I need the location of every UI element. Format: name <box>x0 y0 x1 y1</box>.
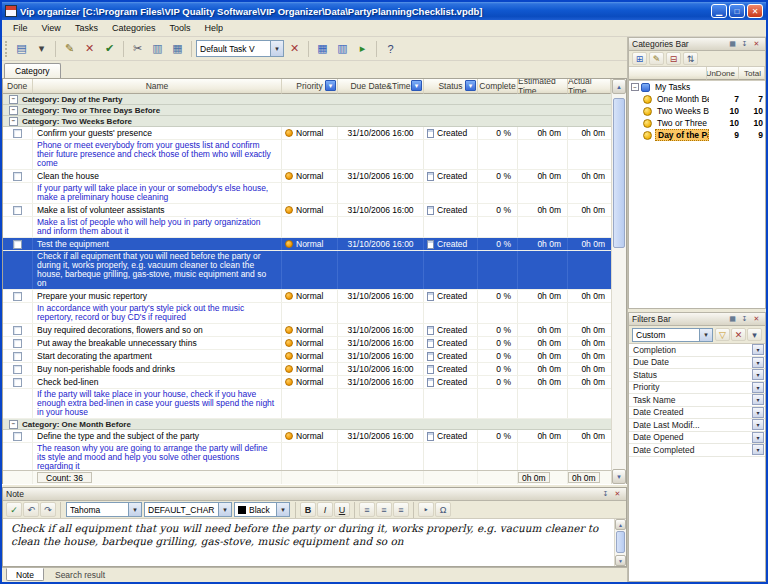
filter-field-row[interactable]: Completion▾ <box>629 344 765 357</box>
menu-item-view[interactable]: View <box>35 22 68 34</box>
view-grid-icon[interactable]: ▦ <box>313 39 332 58</box>
pin-icon[interactable]: ↧ <box>600 489 611 499</box>
menu-item-file[interactable]: File <box>6 22 35 34</box>
menu-item-categories[interactable]: Categories <box>105 22 163 34</box>
task-row[interactable]: Start decorating the apartmentNormal31/1… <box>3 350 611 363</box>
done-checkbox[interactable] <box>13 240 22 249</box>
table-scrollbar[interactable]: ▲ ▼ <box>611 79 626 484</box>
collapse-tree-icon[interactable]: − <box>631 83 639 91</box>
task-row[interactable]: Make a list of volunteer assistantsNorma… <box>3 204 611 217</box>
filter-field-row[interactable]: Priority▾ <box>629 382 765 395</box>
category-row[interactable]: −Category: Day of the Party <box>3 94 611 105</box>
maximize-button[interactable]: □ <box>729 4 745 18</box>
new-task-dropdown-icon[interactable]: ▾ <box>32 39 51 58</box>
font-combo[interactable]: Tahoma ▾ <box>66 502 142 517</box>
align-left-icon[interactable]: ≡ <box>359 502 375 517</box>
category-row[interactable]: −Category: Two or Three Days Before <box>3 105 611 116</box>
filter-dropdown-icon[interactable]: ▾ <box>752 369 764 380</box>
dropdown-icon[interactable]: ▾ <box>699 329 712 341</box>
filter-dropdown-icon[interactable]: ▾ <box>752 432 764 443</box>
new-task-icon[interactable]: ▤ <box>12 39 31 58</box>
total-column-header[interactable]: Total <box>739 67 765 80</box>
priority-filter-icon[interactable]: ▾ <box>325 80 336 91</box>
task-row[interactable]: Confirm your guests' presenceNormal31/10… <box>3 127 611 140</box>
tab-category[interactable]: Category <box>4 63 61 78</box>
collapse-icon[interactable]: − <box>9 420 18 429</box>
task-note-row[interactable]: Make a list of people who will help you … <box>3 217 611 238</box>
task-note-row[interactable]: In accordance with your party's style pi… <box>3 303 611 324</box>
filter-dropdown-icon[interactable]: ▾ <box>752 394 764 405</box>
clear-task-view-icon[interactable]: ✕ <box>285 39 304 58</box>
save-note-icon[interactable]: ✓ <box>6 502 22 517</box>
status-filter-icon[interactable]: ▾ <box>465 80 476 91</box>
close-icon[interactable]: ✕ <box>751 39 762 49</box>
done-checkbox[interactable] <box>13 339 22 348</box>
italic-icon[interactable]: I <box>317 502 333 517</box>
category-row[interactable]: −Category: Two Weeks Before <box>3 116 611 127</box>
sort-categories-icon[interactable]: ⇅ <box>683 52 698 65</box>
close-icon[interactable]: ✕ <box>751 314 762 324</box>
filter-dropdown-icon[interactable]: ▾ <box>752 419 764 430</box>
close-button[interactable]: ✕ <box>747 4 763 18</box>
scroll-up-icon[interactable]: ▲ <box>615 519 626 530</box>
filter-dropdown-icon[interactable]: ▾ <box>752 382 764 393</box>
edit-task-icon[interactable]: ✎ <box>60 39 79 58</box>
align-right-icon[interactable]: ≡ <box>393 502 409 517</box>
note-panel-header[interactable]: Note ↧✕ <box>3 488 626 501</box>
filter-field-row[interactable]: Status▾ <box>629 369 765 382</box>
align-center-icon[interactable]: ≡ <box>376 502 392 517</box>
dropdown-icon[interactable]: ▾ <box>218 503 231 516</box>
minimize-button[interactable]: ▁ <box>711 4 727 18</box>
note-scrollbar-thumb[interactable] <box>616 531 625 553</box>
done-checkbox[interactable] <box>13 352 22 361</box>
complete-task-icon[interactable]: ✔ <box>100 39 119 58</box>
bold-icon[interactable]: B <box>300 502 316 517</box>
bar-menu-icon[interactable]: ▦ <box>727 39 738 49</box>
filter-dropdown-icon[interactable]: ▾ <box>752 357 764 368</box>
view-calendar-icon[interactable]: ▥ <box>333 39 352 58</box>
menu-item-tools[interactable]: Tools <box>162 22 197 34</box>
bottom-tab-note[interactable]: Note <box>6 568 44 581</box>
collapse-icon[interactable]: − <box>9 106 18 115</box>
bottom-tab-search-result[interactable]: Search result <box>45 568 115 581</box>
underline-icon[interactable]: U <box>334 502 350 517</box>
done-checkbox[interactable] <box>13 378 22 387</box>
filter-preset-combo[interactable]: Custom ▾ <box>632 328 713 342</box>
category-tree-item[interactable]: Day of the Party99 <box>629 129 765 141</box>
done-checkbox[interactable] <box>13 432 22 441</box>
done-checkbox[interactable] <box>13 292 22 301</box>
close-icon[interactable]: ✕ <box>612 489 623 499</box>
new-category-icon[interactable]: ⊞ <box>632 52 647 65</box>
go-icon[interactable]: ▸ <box>353 39 372 58</box>
paste-icon[interactable]: ▦ <box>168 39 187 58</box>
apply-filter-icon[interactable]: ▽ <box>715 328 730 341</box>
my-tasks-root[interactable]: − My Tasks <box>629 81 765 93</box>
task-row[interactable]: Check bed-linenNormal31/10/2006 16:00Cre… <box>3 376 611 389</box>
filter-dropdown-icon[interactable]: ▾ <box>752 444 764 455</box>
filter-menu-icon[interactable]: ▾ <box>747 328 762 341</box>
note-editor[interactable]: Check if all equipment that you will nee… <box>3 519 614 566</box>
done-checkbox[interactable] <box>13 326 22 335</box>
category-tree-item[interactable]: One Month Befo...77 <box>629 93 765 105</box>
menu-item-help[interactable]: Help <box>197 22 230 34</box>
delete-task-icon[interactable]: ✕ <box>80 39 99 58</box>
color-combo[interactable]: Black ▾ <box>234 502 290 517</box>
categories-bar-header[interactable]: Categories Bar ▦↧✕ <box>629 38 765 51</box>
task-note-row[interactable]: The reason why you are going to arrange … <box>3 443 611 470</box>
scroll-down-icon[interactable]: ▼ <box>615 555 626 566</box>
dropdown-icon[interactable]: ▾ <box>270 41 283 56</box>
filter-dropdown-icon[interactable]: ▾ <box>752 407 764 418</box>
cut-icon[interactable]: ✂ <box>128 39 147 58</box>
task-view-combo[interactable]: Default Task V ▾ <box>196 40 284 57</box>
insert-symbol-icon[interactable]: Ω <box>435 502 451 517</box>
pin-icon[interactable]: ↧ <box>739 314 750 324</box>
filter-field-row[interactable]: Due Date▾ <box>629 357 765 370</box>
task-row[interactable]: Test the equipmentNormal31/10/2006 16:00… <box>3 238 611 251</box>
edit-category-icon[interactable]: ✎ <box>649 52 664 65</box>
category-tree-item[interactable]: Two or Three D...1010 <box>629 117 765 129</box>
task-row[interactable]: Clean the houseNormal31/10/2006 16:00Cre… <box>3 170 611 183</box>
undo-icon[interactable]: ↶ <box>23 502 39 517</box>
toolbar-grip[interactable] <box>5 41 8 57</box>
column-header-status[interactable]: Status▾ <box>424 79 478 94</box>
menu-item-tasks[interactable]: Tasks <box>68 22 105 34</box>
